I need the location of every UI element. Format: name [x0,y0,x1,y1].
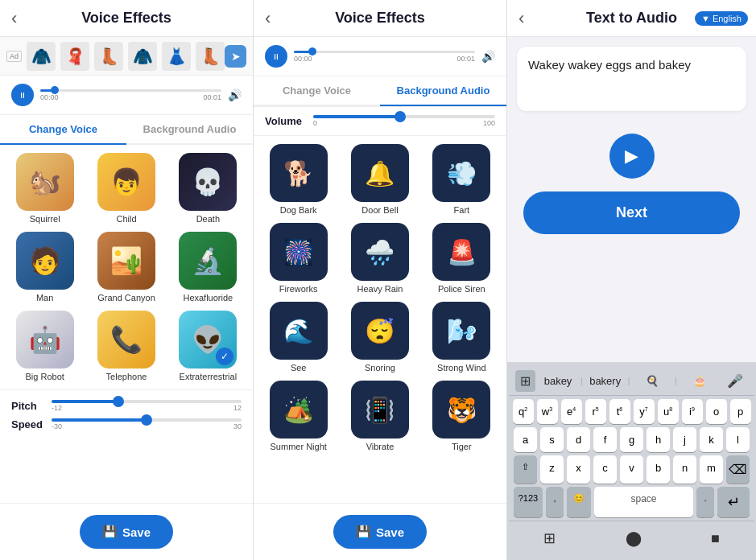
voice-item-extraterrestrial[interactable]: 👽 ✓ Extraterrestrial [171,311,245,381]
key-shift[interactable]: ⇧ [514,455,537,484]
key-g[interactable]: g [620,427,643,452]
next-button[interactable]: Next [523,191,740,234]
voice-thumb-telephone: 📞 [97,311,155,369]
kbd-grid-icon[interactable]: ⊞ [515,370,535,392]
tab-change-voice-left[interactable]: Change Voice [0,115,126,145]
key-enter[interactable]: ↵ [717,487,750,517]
key-b[interactable]: b [647,455,670,484]
left-track[interactable] [40,89,221,92]
key-q[interactable]: q2 [513,399,534,424]
key-t[interactable]: t6 [609,399,630,424]
bg-item-summer-night[interactable]: 🏕️ Summer Night [262,381,335,451]
key-r[interactable]: r5 [585,399,606,424]
ad-arrow[interactable]: ➤ [225,45,246,68]
key-a[interactable]: a [514,427,537,452]
pitch-range: -12 12 [52,404,242,412]
key-c[interactable]: c [593,455,617,484]
mic-icon[interactable]: 🎤 [722,370,748,392]
left-pause-button[interactable]: ⏸ [11,84,34,106]
key-m[interactable]: m [700,455,723,484]
middle-track[interactable] [294,51,475,53]
key-comma[interactable]: , [546,487,564,517]
bg-item-tiger[interactable]: 🐯 Tiger [425,381,498,451]
middle-pause-button[interactable]: ⏸ [265,45,287,68]
right-play-button[interactable]: ▶ [609,134,655,179]
key-w[interactable]: w3 [537,399,558,424]
voice-item-death[interactable]: 💀 Death [171,153,245,224]
language-badge[interactable]: ▼ English [695,11,748,26]
bg-item-police-siren[interactable]: 🚨 Police Siren [425,223,498,294]
pitch-track[interactable] [52,400,242,403]
key-s[interactable]: s [540,427,564,452]
left-save-label: Save [122,525,151,539]
speed-track[interactable] [52,418,242,422]
key-h[interactable]: h [647,427,670,452]
kbd-bottom-square[interactable]: ■ [701,527,729,550]
left-save-button[interactable]: 💾 Save [80,515,173,549]
voice-item-squirrel[interactable]: 🐿️ Squirrel [8,153,81,224]
key-l[interactable]: l [726,427,750,452]
voice-item-man[interactable]: 🧑 Man [8,232,81,303]
key-space[interactable]: space [594,487,693,517]
pitch-max: 12 [233,404,242,412]
bg-item-fart[interactable]: 💨 Fart [425,144,498,215]
suggestion-bakery[interactable]: bakery [586,373,625,389]
key-i[interactable]: i9 [682,399,703,424]
tab-change-voice-middle[interactable]: Change Voice [254,76,380,105]
middle-save-label: Save [376,525,404,539]
suggestion-emoji2[interactable]: 🎂 [680,373,719,389]
middle-back-button[interactable]: ‹ [265,8,271,29]
key-delete[interactable]: ⌫ [726,455,750,484]
speed-thumb[interactable] [141,414,152,426]
key-emoji[interactable]: 😊 [567,487,591,517]
key-y[interactable]: y7 [634,399,655,424]
bg-item-vibrate[interactable]: 📳 Vibrate [343,381,416,451]
key-z[interactable]: z [540,455,564,484]
key-p[interactable]: p [730,399,751,424]
kbd-bottom-grid[interactable]: ⊞ [534,526,565,550]
bg-item-see[interactable]: 🌊 See [262,302,335,373]
speed-row: Speed -30 30 [11,418,242,430]
key-e[interactable]: e4 [561,399,582,424]
pitch-thumb[interactable] [113,396,124,407]
left-volume-icon[interactable]: 🔊 [228,89,242,101]
volume-thumb[interactable] [395,111,406,122]
key-n[interactable]: n [673,455,696,484]
tab-background-audio-middle[interactable]: Background Audio [380,76,506,106]
key-u[interactable]: u8 [658,399,679,424]
bg-item-door-bell[interactable]: 🔔 Door Bell [343,144,416,215]
bg-item-heavy-rain[interactable]: 🌧️ Heavy Rain [343,223,416,294]
bg-item-strong-wind[interactable]: 🌬️ Strong Wind [425,302,498,373]
suggestion-bakey[interactable]: bakey [539,373,577,389]
bg-item-fireworks[interactable]: 🎆 Fireworks [262,223,335,294]
key-d[interactable]: d [567,427,590,452]
bg-item-dog-bark[interactable]: 🐕 Dog Bark [262,144,335,215]
key-x[interactable]: x [567,455,590,484]
middle-volume-icon[interactable]: 🔊 [481,50,495,63]
left-back-button[interactable]: ‹ [11,8,17,29]
suggestion-emoji1[interactable]: 🍳 [633,373,671,389]
voice-item-hexafluoride[interactable]: 🔬 Hexafluoride [171,232,245,303]
text-content-box[interactable]: Wakey wakey eggs and bakey [517,47,746,111]
key-o[interactable]: o [706,399,727,424]
key-f[interactable]: f [593,427,617,452]
voice-item-child[interactable]: 👦 Child [89,153,163,224]
middle-save-button[interactable]: 💾 Save [333,515,427,549]
key-j[interactable]: j [673,427,696,452]
key-period[interactable]: . [696,487,714,517]
tab-background-audio-left[interactable]: Background Audio [126,115,253,143]
key-v[interactable]: v [620,455,643,484]
right-back-button[interactable]: ‹ [518,8,524,29]
speed-min: -30 [52,422,62,430]
pitch-speed-section: Pitch -12 12 Speed [0,389,253,443]
key-k[interactable]: k [700,427,723,452]
voice-item-telephone[interactable]: 📞 Telephone [89,311,163,381]
voice-item-grand-canyon[interactable]: 🏜️ Grand Canyon [89,232,163,303]
key-123[interactable]: ?123 [514,487,543,517]
kbd-bottom-circle[interactable]: ⬤ [616,526,651,550]
bg-item-snoring[interactable]: 😴 Snoring [343,302,416,373]
bg-thumb-see: 🌊 [270,302,328,360]
volume-track[interactable] [313,115,495,118]
voice-item-big-robot[interactable]: 🤖 Big Robot [8,311,81,381]
left-dot [51,86,59,94]
